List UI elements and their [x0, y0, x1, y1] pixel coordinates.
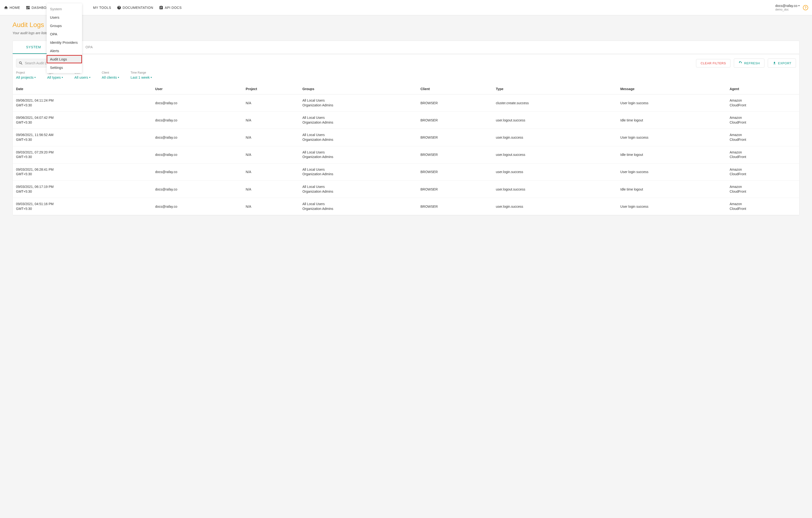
cell-user: docs@rafay.co — [152, 163, 242, 181]
cell-project: N/A — [242, 198, 299, 215]
dropdown-audit-logs[interactable]: Audit Logs — [47, 55, 82, 63]
nav-api-docs[interactable]: API DOCS — [159, 5, 182, 10]
system-dropdown: System Users Groups OPA Identity Provide… — [47, 3, 82, 73]
cell-agent: Amazon CloudFront — [726, 146, 799, 163]
agent-line2: CloudFront — [729, 138, 796, 142]
search-icon — [19, 61, 23, 65]
date-line1: 09/06/2021, 11:56:52 AM — [16, 133, 148, 138]
agent-line1: Amazon — [729, 167, 796, 172]
date-line1: 09/06/2021, 04:07:42 PM — [16, 116, 148, 120]
groups-line2: Organization Admins — [302, 172, 414, 177]
table-row: 09/06/2021, 11:56:52 AM GMT+5:30 docs@ra… — [13, 129, 799, 146]
topnav-right: docs@rafay.co ▾ demo_doc ? — [775, 4, 808, 11]
nav-home[interactable]: HOME — [4, 5, 20, 10]
caret-down-icon: ▾ — [118, 76, 119, 79]
groups-line1: All Local Users — [302, 185, 414, 189]
filter-time-text: Last 1 week — [130, 75, 150, 79]
cell-type: user.logout.success — [493, 146, 617, 163]
user-menu[interactable]: docs@rafay.co ▾ demo_doc — [775, 4, 800, 11]
help-circle-icon — [117, 5, 121, 10]
th-client: Client — [417, 84, 492, 94]
cell-type: user.login.success — [493, 163, 617, 181]
page-title: Audit Logs — [12, 21, 800, 29]
dropdown-alerts[interactable]: Alerts — [47, 47, 82, 55]
cell-message: User login success — [617, 129, 726, 146]
th-groups: Groups — [299, 84, 417, 94]
cell-date: 09/03/2021, 04:51:16 PM GMT+5:30 — [13, 198, 152, 215]
cell-date: 09/03/2021, 06:17:19 PM GMT+5:30 — [13, 181, 152, 198]
nav-home-label: HOME — [9, 6, 20, 9]
date-line1: 09/03/2021, 04:51:16 PM — [16, 202, 148, 207]
filter-time-label: Time Range — [130, 71, 152, 74]
dashboard-icon — [26, 5, 30, 10]
cell-date: 09/03/2021, 07:29:20 PM GMT+5:30 — [13, 146, 152, 163]
groups-line2: Organization Admins — [302, 138, 414, 142]
dropdown-settings[interactable]: Settings — [47, 63, 82, 72]
cell-project: N/A — [242, 112, 299, 129]
table-row: 09/06/2021, 04:07:42 PM GMT+5:30 docs@ra… — [13, 112, 799, 129]
cell-date: 09/06/2021, 04:07:42 PM GMT+5:30 — [13, 112, 152, 129]
filter-project-value[interactable]: All projects ▾ — [16, 75, 36, 79]
cell-client: BROWSER — [417, 146, 492, 163]
cell-groups: All Local Users Organization Admins — [299, 94, 417, 112]
dropdown-opa[interactable]: OPA — [47, 30, 82, 38]
cell-project: N/A — [242, 146, 299, 163]
topnav-left: HOME DASHBOARD MY TOOLS DOCUMENTATION AP… — [4, 5, 775, 10]
filter-user-text: All users — [75, 75, 88, 79]
nav-documentation[interactable]: DOCUMENTATION — [117, 5, 153, 10]
cell-type: user.login.success — [493, 129, 617, 146]
cell-user: docs@rafay.co — [152, 112, 242, 129]
cell-groups: All Local Users Organization Admins — [299, 129, 417, 146]
filter-user-value[interactable]: All users ▾ — [75, 75, 90, 79]
dropdown-groups[interactable]: Groups — [47, 22, 82, 30]
cell-message: User login success — [617, 94, 726, 112]
groups-line1: All Local Users — [302, 167, 414, 172]
help-icon[interactable]: ? — [803, 5, 808, 10]
filter-client-value[interactable]: All clients ▾ — [102, 75, 119, 79]
clear-label: CLEAR FILTERS — [701, 61, 726, 65]
groups-line2: Organization Admins — [302, 103, 414, 108]
dropdown-identity-providers[interactable]: Identity Providers — [47, 38, 82, 47]
groups-line1: All Local Users — [302, 202, 414, 207]
clear-filters-button[interactable]: CLEAR FILTERS — [696, 59, 730, 67]
nav-my-tools[interactable]: MY TOOLS — [93, 6, 111, 9]
date-line2: GMT+5:30 — [16, 189, 148, 194]
date-line1: 09/03/2021, 06:28:41 PM — [16, 167, 148, 172]
dropdown-header: System — [47, 5, 82, 13]
agent-line1: Amazon — [729, 202, 796, 207]
filter-project-text: All projects — [16, 75, 33, 79]
filter-time-value[interactable]: Last 1 week ▾ — [130, 75, 152, 79]
refresh-label: REFRESH — [744, 61, 760, 65]
th-type: Type — [493, 84, 617, 94]
agent-line2: CloudFront — [729, 103, 796, 108]
nav-documentation-label: DOCUMENTATION — [123, 6, 153, 9]
audit-log-table: Date User Project Groups Client Type Mes… — [13, 84, 799, 215]
caret-down-icon: ▾ — [34, 76, 36, 79]
agent-line1: Amazon — [729, 98, 796, 103]
cell-client: BROWSER — [417, 94, 492, 112]
nav-my-tools-label: MY TOOLS — [93, 6, 111, 9]
cell-project: N/A — [242, 129, 299, 146]
user-org: demo_doc — [775, 8, 789, 11]
cell-type: user.logout.success — [493, 181, 617, 198]
cell-date: 09/06/2021, 04:11:24 PM GMT+5:30 — [13, 94, 152, 112]
cell-type: user.logout.success — [493, 112, 617, 129]
cell-user: docs@rafay.co — [152, 94, 242, 112]
cell-type: cluster.create.success — [493, 94, 617, 112]
groups-line2: Organization Admins — [302, 120, 414, 125]
controls-row: CLEAR FILTERS REFRESH EXPORT — [13, 54, 799, 70]
cell-client: BROWSER — [417, 163, 492, 181]
date-line2: GMT+5:30 — [16, 155, 148, 159]
dropdown-users[interactable]: Users — [47, 13, 82, 22]
agent-line2: CloudFront — [729, 189, 796, 194]
cell-agent: Amazon CloudFront — [726, 112, 799, 129]
cell-user: docs@rafay.co — [152, 198, 242, 215]
export-button[interactable]: EXPORT — [768, 59, 796, 68]
th-agent: Agent — [726, 84, 799, 94]
nav-api-docs-label: API DOCS — [165, 6, 182, 9]
filter-type-value[interactable]: All types ▾ — [47, 75, 63, 79]
refresh-button[interactable]: REFRESH — [734, 59, 764, 68]
th-date: Date — [13, 84, 152, 94]
home-icon — [4, 5, 8, 10]
date-line2: GMT+5:30 — [16, 120, 148, 125]
